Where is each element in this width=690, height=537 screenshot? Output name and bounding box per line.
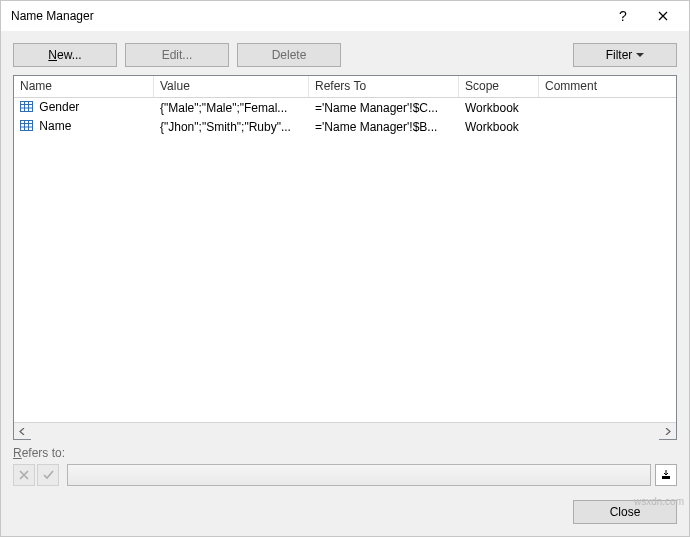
name-manager-dialog: Name Manager ? New... Edit... Delete Fil… [0,0,690,537]
filter-button-label: Filter [606,48,633,62]
title-bar: Name Manager ? [1,1,689,31]
col-value[interactable]: Value [154,76,309,97]
bottom-bar: Close [1,490,689,536]
scroll-left-arrow[interactable] [14,423,31,440]
cell-scope: Workbook [459,101,539,115]
names-list: Name Value Refers To Scope Comment Gende… [13,75,677,440]
collapse-dialog-button[interactable] [655,464,677,486]
svg-rect-10 [662,476,670,479]
named-range-icon [20,120,33,134]
col-name[interactable]: Name [14,76,154,97]
new-button[interactable]: New... [13,43,117,67]
svg-rect-5 [21,120,33,130]
delete-button[interactable]: Delete [237,43,341,67]
new-button-rest: ew... [57,48,82,62]
new-button-accel: N [48,48,57,62]
rows-container: Gender {"Male";"Male";"Femal... ='Name M… [14,98,676,422]
svg-rect-0 [21,101,33,111]
col-refers[interactable]: Refers To [309,76,459,97]
collapse-icon [661,470,671,480]
close-icon [658,11,668,21]
cell-name: Gender [14,100,154,115]
cell-value: {"Jhon";"Smith";"Ruby"... [154,120,309,134]
table-row[interactable]: Gender {"Male";"Male";"Femal... ='Name M… [14,98,676,117]
commit-edit-button[interactable] [37,464,59,486]
col-comment[interactable]: Comment [539,76,676,97]
close-x-button[interactable] [643,9,683,24]
watermark: wsxdn.com [634,496,684,507]
column-headers: Name Value Refers To Scope Comment [14,76,676,98]
close-button-label: Close [610,505,641,519]
refers-to-section: Refers to: [1,440,689,490]
edit-button[interactable]: Edit... [125,43,229,67]
delete-button-label: Delete [272,48,307,62]
scroll-track[interactable] [31,423,659,440]
named-range-icon [20,101,33,115]
cell-name: Name [14,119,154,134]
check-icon [43,470,54,480]
cancel-edit-button[interactable] [13,464,35,486]
cell-value: {"Male";"Male";"Femal... [154,101,309,115]
col-scope[interactable]: Scope [459,76,539,97]
cell-scope: Workbook [459,120,539,134]
refers-to-input[interactable] [67,464,651,486]
edit-button-label: Edit... [162,48,193,62]
help-button[interactable]: ? [603,8,643,24]
chevron-down-icon [636,53,644,57]
cell-refers: ='Name Manager'!$B... [309,120,459,134]
table-row[interactable]: Name {"Jhon";"Smith";"Ruby"... ='Name Ma… [14,117,676,136]
refers-to-label: Refers to: [13,446,677,460]
cell-refers: ='Name Manager'!$C... [309,101,459,115]
filter-button[interactable]: Filter [573,43,677,67]
scroll-right-arrow[interactable] [659,423,676,440]
dialog-title: Name Manager [11,9,603,23]
x-icon [19,470,29,480]
horizontal-scrollbar[interactable] [14,422,676,439]
toolbar: New... Edit... Delete Filter [1,31,689,75]
